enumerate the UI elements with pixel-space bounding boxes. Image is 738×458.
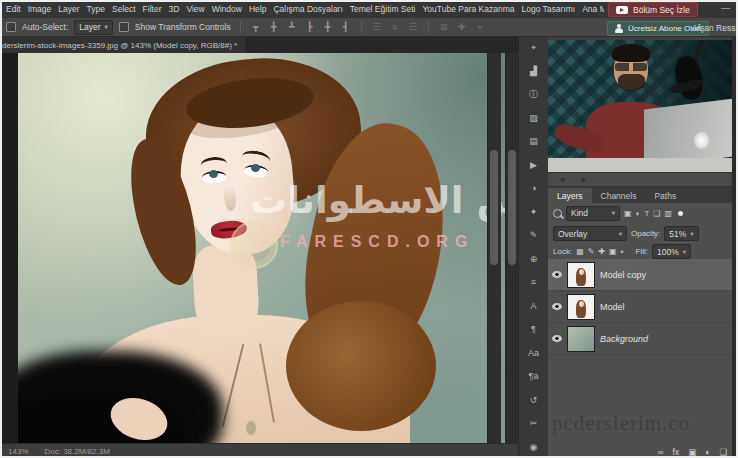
menu-temel-egitim-seti[interactable]: Temel Eğitim Seti [350, 4, 416, 14]
history-icon[interactable]: ↺ [530, 396, 538, 405]
color-icon[interactable]: ▨ [529, 114, 538, 123]
canvas[interactable]: فارس الاسطوانات FARESCD.ORG [18, 53, 505, 443]
scissors-icon[interactable]: ✂ [530, 419, 538, 428]
new-group-icon[interactable]: ❏ [719, 447, 727, 457]
menu-view[interactable]: View [186, 4, 204, 14]
adjustment-filter-icon[interactable]: ◐ [636, 209, 641, 218]
watch-episode-button[interactable]: Bölüm Seç İzle [608, 2, 698, 17]
histogram-icon[interactable]: ▟ [530, 67, 537, 76]
menu-filter[interactable]: Filter [143, 4, 162, 14]
brush-icon[interactable]: ✎ [530, 231, 538, 240]
fill-dropdown[interactable]: 100% ▾ [652, 244, 691, 259]
align-top-edges-icon[interactable]: ┳ [250, 22, 262, 32]
align-bottom-edges-icon[interactable]: ┻ [286, 22, 298, 32]
distribute-vertical-icon[interactable]: ≡ [389, 22, 401, 32]
shape-filter-icon[interactable]: ❏ [653, 209, 660, 218]
lock-position-icon[interactable]: ✚ [598, 247, 605, 256]
right-column: ◄ ► Layers Channels Paths Kind ▾ ▣ ◐ T ❏… [548, 37, 732, 458]
layer-mask-icon[interactable]: ▣ [688, 447, 696, 457]
microphone-icon [672, 54, 707, 102]
visibility-eye-icon[interactable] [552, 271, 562, 278]
layer-row-background[interactable]: Background [548, 323, 732, 355]
menu-select[interactable]: Select [112, 4, 136, 14]
menu-calisma-dosyalari[interactable]: Çalışma Dosyaları [273, 4, 342, 14]
chevron-down-icon: ▾ [690, 230, 693, 238]
layer-thumbnail[interactable] [567, 326, 595, 352]
paragraph-icon[interactable]: ¶ [531, 325, 536, 334]
character-icon[interactable]: A [530, 302, 536, 311]
pixel-layers-filter-icon[interactable]: ▣ [624, 209, 632, 218]
scrollbar-thumb[interactable] [490, 150, 498, 265]
back-arrow-icon[interactable]: ◄ [558, 175, 566, 184]
blend-mode-dropdown[interactable]: Overlay ▾ [553, 226, 627, 241]
link-layers-icon[interactable]: ∞ [658, 447, 664, 457]
menu-youtube-para-kazanma[interactable]: YouTube Para Kazanma [422, 4, 514, 14]
menu-3d[interactable]: 3D [169, 4, 180, 14]
menu-ana-menu[interactable]: Ana Menü [582, 4, 604, 14]
menu-edit[interactable]: Edit [6, 4, 21, 14]
forward-arrow-icon[interactable]: ► [580, 175, 588, 184]
adjustments-icon[interactable]: ◑ [531, 184, 536, 193]
styles-icon[interactable]: ✦ [530, 208, 538, 217]
layer-row-model-copy[interactable]: Model copy [548, 259, 732, 291]
auto-select-dropdown[interactable]: Layer ▾ [74, 20, 113, 35]
model-iris-right [251, 164, 260, 172]
filter-kind-dropdown[interactable]: Kind ▾ [566, 206, 620, 221]
info-icon[interactable]: ⓘ [529, 90, 538, 99]
menu-image[interactable]: Image [28, 4, 52, 14]
adjustment-layer-icon[interactable]: ◐ [705, 447, 710, 457]
document-tab[interactable]: derslerim-stock-images-3359.jpg @ 143% (… [0, 37, 245, 53]
type-filter-icon[interactable]: T [644, 209, 649, 218]
layer-thumbnail[interactable] [567, 262, 595, 288]
lock-artboard-icon[interactable]: ▣ [609, 247, 617, 256]
filter-toggle-icon[interactable] [678, 211, 683, 216]
lock-all-icon[interactable]: ▪ [621, 247, 624, 256]
show-transform-checkbox[interactable] [119, 22, 129, 32]
distribute-top-icon[interactable]: ☰ [371, 22, 383, 32]
visibility-eye-icon[interactable] [552, 303, 562, 310]
clone-source-icon[interactable]: ⊕ [530, 255, 538, 264]
layer-name: Background [600, 334, 648, 344]
menu-type[interactable]: Type [87, 4, 105, 14]
zoom-level[interactable]: 143% [8, 447, 28, 456]
menu-layer[interactable]: Layer [58, 4, 79, 14]
watermark-arabic: فارس الاسطوانات [250, 179, 505, 222]
tab-layers[interactable]: Layers [548, 188, 592, 203]
paragraph-styles-icon[interactable]: ¶a [529, 372, 539, 381]
align-right-edges-icon[interactable]: ┫ [340, 22, 352, 32]
properties-icon[interactable]: ◉ [530, 443, 538, 452]
opacity-dropdown[interactable]: 51% ▾ [664, 226, 698, 241]
3d-axis-icon[interactable]: ⌖ [474, 22, 486, 33]
canvas-scrollbar-thumb[interactable] [508, 150, 516, 265]
align-left-edges-icon[interactable]: ┣ [304, 22, 316, 32]
lock-pixels-icon[interactable]: ✎ [588, 247, 595, 256]
layer-row-model[interactable]: Model [548, 291, 732, 323]
presenter-hair [612, 44, 650, 62]
tab-channels[interactable]: Channels [592, 188, 646, 203]
menu-help[interactable]: Help [249, 4, 266, 14]
canvas-scrollbar[interactable] [487, 53, 501, 443]
presenter-glasses [615, 63, 647, 71]
menu-window[interactable]: Window [212, 4, 242, 14]
layer-thumbnail[interactable] [567, 294, 595, 320]
actions-icon[interactable]: ≡ [531, 278, 536, 287]
distribute-spacing-icon[interactable]: ✚ [456, 22, 468, 32]
distribute-bottom-icon[interactable]: ☲ [407, 22, 419, 32]
timeline-icon[interactable]: ▶ [530, 161, 537, 170]
tab-paths[interactable]: Paths [645, 188, 685, 203]
auto-select-checkbox[interactable] [6, 22, 16, 32]
visibility-eye-icon[interactable] [552, 335, 562, 342]
smart-object-filter-icon[interactable]: ▥ [664, 209, 672, 218]
layer-effects-icon[interactable]: fx [673, 447, 680, 457]
align-vertical-centers-icon[interactable]: ╋ [268, 22, 280, 32]
lock-label: Lock: [553, 247, 572, 256]
minimize-button[interactable]: — [721, 3, 730, 13]
navigator-icon[interactable]: ⌖ [531, 43, 536, 52]
auto-align-icon[interactable]: ⊞ [438, 22, 450, 32]
menu-logo-tasarimi[interactable]: Logo Tasarımı [521, 4, 575, 14]
align-horizontal-centers-icon[interactable]: ╋ [322, 22, 334, 32]
swatches-icon[interactable]: ▤ [529, 137, 538, 146]
canvas-scrollbar-track[interactable] [505, 53, 519, 443]
lock-transparent-icon[interactable]: ▦ [576, 247, 584, 256]
character-styles-icon[interactable]: Aa [528, 349, 539, 358]
